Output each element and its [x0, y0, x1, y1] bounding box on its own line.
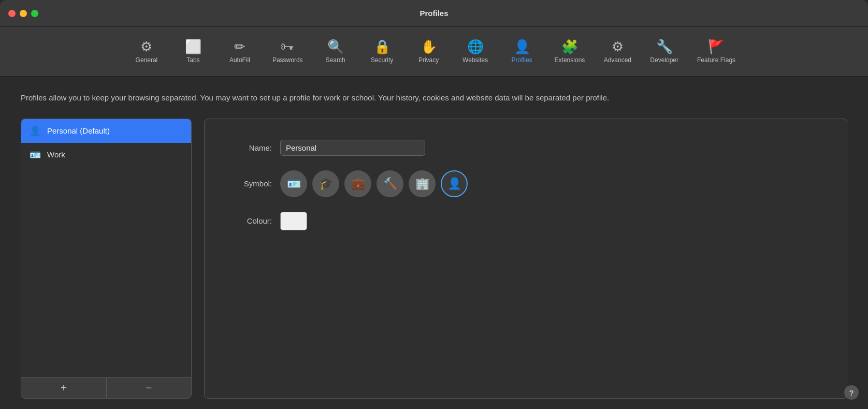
symbol-btn-graduation[interactable]: 🎓	[312, 170, 339, 197]
symbol-options: 🪪🎓💼🔨🏢👤	[280, 170, 468, 197]
profile-name-personal: Personal (Default)	[47, 126, 110, 135]
websites-icon: 🌐	[467, 40, 484, 53]
toolbar-label-passwords: Passwords	[272, 56, 303, 64]
developer-icon: 🔧	[656, 40, 673, 53]
profile-list: 👤Personal (Default)🪪Work	[21, 119, 191, 378]
close-button[interactable]	[8, 10, 16, 17]
name-row: Name:	[230, 140, 821, 156]
toolbar-item-general[interactable]: ⚙General	[123, 35, 170, 69]
toolbar-label-profiles: Profiles	[512, 56, 532, 64]
toolbar-label-autofill: AutoFill	[229, 56, 250, 64]
main-content: Profiles allow you to keep your browsing…	[0, 77, 868, 409]
profiles-area: 👤Personal (Default)🪪Work + − Name: Symbo…	[21, 119, 847, 399]
name-label: Name:	[230, 143, 272, 152]
general-icon: ⚙	[140, 40, 152, 53]
toolbar-label-security: Security	[371, 56, 393, 64]
toolbar-item-security[interactable]: 🔒Security	[359, 35, 406, 69]
add-profile-button[interactable]: +	[21, 378, 107, 398]
extensions-icon: 🧩	[561, 40, 578, 53]
toolbar-label-extensions: Extensions	[555, 56, 585, 64]
toolbar-item-profiles[interactable]: 👤Profiles	[499, 35, 545, 69]
name-input[interactable]	[280, 140, 425, 156]
symbol-btn-person[interactable]: 👤	[441, 170, 468, 197]
toolbar-item-developer[interactable]: 🔧Developer	[641, 35, 688, 69]
toolbar-item-privacy[interactable]: ✋Privacy	[406, 35, 452, 69]
toolbar-label-general: General	[136, 56, 158, 64]
symbol-row: Symbol: 🪪🎓💼🔨🏢👤	[230, 170, 821, 197]
profile-avatar-work: 🪪	[30, 149, 41, 160]
tabs-icon: ⬜	[185, 40, 201, 53]
toolbar-label-search: Search	[326, 56, 345, 64]
toolbar-item-search[interactable]: 🔍Search	[312, 35, 359, 69]
toolbar-label-advanced: Advanced	[604, 56, 631, 64]
remove-profile-button[interactable]: −	[107, 378, 192, 398]
security-icon: 🔒	[374, 40, 390, 53]
profile-item-personal[interactable]: 👤Personal (Default)	[21, 119, 191, 143]
window-controls	[8, 10, 38, 17]
toolbar-item-websites[interactable]: 🌐Websites	[452, 35, 499, 69]
symbol-btn-briefcase[interactable]: 💼	[344, 170, 371, 197]
passwords-icon: 🗝	[281, 40, 294, 53]
profiles-icon: 👤	[514, 40, 530, 53]
toolbar-item-advanced[interactable]: ⚙Advanced	[594, 35, 641, 69]
profile-list-container: 👤Personal (Default)🪪Work + −	[21, 119, 192, 399]
symbol-btn-hammer[interactable]: 🔨	[377, 170, 403, 197]
profile-item-work[interactable]: 🪪Work	[21, 143, 191, 167]
toolbar-item-feature-flags[interactable]: 🚩Feature Flags	[688, 35, 745, 69]
help-button[interactable]: ?	[844, 385, 859, 400]
search-icon: 🔍	[327, 40, 344, 53]
minimize-button[interactable]	[20, 10, 27, 17]
symbol-label: Symbol:	[230, 179, 272, 188]
advanced-icon: ⚙	[612, 40, 624, 53]
privacy-icon: ✋	[421, 40, 437, 53]
toolbar-item-passwords[interactable]: 🗝Passwords	[263, 35, 312, 69]
toolbar-label-privacy: Privacy	[418, 56, 439, 64]
titlebar: Profiles	[0, 0, 868, 27]
toolbar-label-feature-flags: Feature Flags	[697, 56, 735, 64]
autofill-icon: ✏	[234, 40, 245, 53]
profile-list-toolbar: + −	[21, 377, 191, 398]
symbol-btn-id-card[interactable]: 🪪	[280, 170, 307, 197]
profile-detail: Name: Symbol: 🪪🎓💼🔨🏢👤 Colour:	[204, 119, 847, 399]
toolbar-label-websites: Websites	[462, 56, 488, 64]
symbol-btn-building[interactable]: 🏢	[409, 170, 436, 197]
colour-row: Colour:	[230, 212, 821, 230]
toolbar-item-extensions[interactable]: 🧩Extensions	[545, 35, 595, 69]
toolbar-label-tabs: Tabs	[186, 56, 199, 64]
window-title: Profiles	[419, 9, 448, 18]
toolbar-item-autofill[interactable]: ✏AutoFill	[216, 35, 263, 69]
maximize-button[interactable]	[31, 10, 38, 17]
profile-avatar-personal: 👤	[30, 125, 41, 137]
colour-label: Colour:	[230, 216, 272, 225]
colour-picker-button[interactable]	[280, 212, 307, 230]
description-text: Profiles allow you to keep your browsing…	[21, 92, 847, 104]
feature-flags-icon: 🚩	[708, 40, 725, 53]
toolbar: ⚙General⬜Tabs✏AutoFill🗝Passwords🔍Search🔒…	[0, 27, 868, 77]
toolbar-item-tabs[interactable]: ⬜Tabs	[170, 35, 216, 69]
toolbar-label-developer: Developer	[650, 56, 678, 64]
profile-name-work: Work	[47, 150, 65, 159]
